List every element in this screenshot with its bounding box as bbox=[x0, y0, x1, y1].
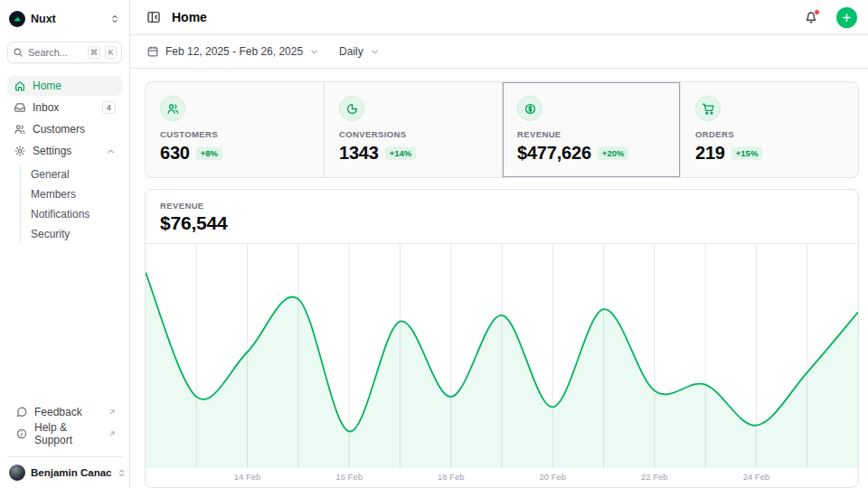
sidebar-nav: Home Inbox 4 Customers Settings Genera bbox=[7, 76, 122, 246]
stat-card-orders[interactable]: ORDERS 219 +15% bbox=[680, 82, 858, 177]
collapse-sidebar-button[interactable] bbox=[145, 8, 163, 26]
notification-dot bbox=[814, 9, 820, 15]
chevrons-up-down-icon bbox=[117, 468, 127, 478]
sidebar-item-feedback[interactable]: Feedback bbox=[9, 402, 122, 422]
home-icon bbox=[14, 80, 26, 92]
stat-label: CUSTOMERS bbox=[160, 129, 309, 139]
info-circle-icon bbox=[15, 427, 28, 440]
inbox-count-badge: 4 bbox=[102, 101, 116, 114]
workspace-name: Nuxt bbox=[31, 13, 104, 25]
users-icon bbox=[160, 96, 185, 121]
period-select[interactable]: Daily bbox=[337, 42, 382, 61]
filters-toolbar: Feb 12, 2025 - Feb 26, 2025 Daily bbox=[130, 35, 868, 69]
stat-delta-badge: +20% bbox=[598, 146, 629, 160]
x-tick-label: 22 Feb bbox=[641, 472, 668, 482]
stat-delta-badge: +14% bbox=[385, 146, 417, 160]
revenue-area-chart[interactable] bbox=[146, 244, 858, 468]
stat-label: REVENUE bbox=[517, 129, 665, 139]
stat-label: CONVERSIONS bbox=[339, 129, 487, 139]
shopping-cart-icon bbox=[695, 96, 721, 121]
x-tick-label: 24 Feb bbox=[743, 472, 770, 482]
chart-pie-icon bbox=[339, 96, 364, 121]
content: CUSTOMERS 630 +8% CONVERSIONS 1343 +14% bbox=[130, 69, 868, 488]
sidebar-item-general[interactable]: General bbox=[24, 164, 122, 184]
sidebar-item-home[interactable]: Home bbox=[7, 76, 122, 96]
kbd-cmd: ⌘ bbox=[88, 46, 101, 59]
sidebar-item-members[interactable]: Members bbox=[24, 184, 122, 204]
page-title: Home bbox=[172, 10, 793, 24]
external-link-icon bbox=[108, 430, 116, 437]
sidebar-item-settings[interactable]: Settings bbox=[7, 141, 122, 161]
chart-metric-label: REVENUE bbox=[160, 201, 844, 211]
chevron-up-icon bbox=[106, 146, 116, 156]
message-bubble-icon bbox=[15, 406, 28, 418]
revenue-chart-svg bbox=[146, 244, 858, 468]
date-range-label: Feb 12, 2025 - Feb 26, 2025 bbox=[165, 45, 303, 58]
inbox-icon bbox=[14, 101, 26, 114]
workspace-switcher[interactable]: Nuxt bbox=[7, 11, 122, 27]
stat-card-conversions[interactable]: CONVERSIONS 1343 +14% bbox=[324, 82, 502, 177]
page-header: Home bbox=[130, 0, 868, 35]
main-area: Home Feb 12, 2025 - Feb 26, 2025 Daily bbox=[130, 0, 868, 488]
x-tick-label: 14 Feb bbox=[234, 472, 261, 482]
x-tick-label: 18 Feb bbox=[438, 472, 465, 482]
search-input-wrapper[interactable]: ⌘ K bbox=[7, 42, 122, 63]
chart-x-axis: 14 Feb16 Feb18 Feb20 Feb22 Feb24 Feb bbox=[146, 468, 858, 487]
chevron-down-icon bbox=[309, 47, 319, 57]
plus-icon bbox=[841, 12, 853, 23]
period-label: Daily bbox=[339, 45, 363, 58]
sidebar-item-security[interactable]: Security bbox=[24, 224, 122, 244]
panel-left-icon bbox=[146, 10, 161, 24]
revenue-chart-card: REVENUE $76,544 14 Feb16 Feb18 Feb20 Feb… bbox=[145, 189, 859, 488]
sidebar: Nuxt ⌘ K Home Inbox 4 bbox=[0, 0, 130, 488]
sidebar-item-inbox[interactable]: Inbox 4 bbox=[7, 98, 122, 117]
external-link-icon bbox=[108, 408, 116, 416]
settings-sub-list: General Members Notifications Security bbox=[20, 164, 122, 244]
date-range-picker[interactable]: Feb 12, 2025 - Feb 26, 2025 bbox=[145, 42, 321, 61]
stat-value: $477,626 bbox=[517, 143, 591, 164]
chevron-down-icon bbox=[370, 47, 380, 57]
sidebar-spacer bbox=[7, 246, 122, 402]
user-menu[interactable]: Benjamin Canac bbox=[7, 456, 122, 481]
users-icon bbox=[14, 123, 26, 136]
stat-card-revenue[interactable]: REVENUE $477,626 +20% bbox=[502, 82, 680, 177]
sidebar-footer-nav: Feedback Help & Support bbox=[9, 402, 122, 444]
chevrons-up-down-icon bbox=[109, 14, 120, 24]
user-avatar bbox=[9, 465, 25, 481]
stat-value: 1343 bbox=[339, 143, 379, 164]
add-button[interactable] bbox=[836, 7, 857, 28]
user-name: Benjamin Canac bbox=[31, 467, 111, 478]
circle-dollar-icon bbox=[517, 96, 542, 121]
gear-icon bbox=[14, 145, 26, 157]
stat-label: ORDERS bbox=[695, 129, 844, 139]
stat-card-customers[interactable]: CUSTOMERS 630 +8% bbox=[146, 82, 324, 177]
stat-delta-badge: +15% bbox=[731, 146, 763, 160]
x-tick-label: 16 Feb bbox=[335, 472, 363, 482]
sidebar-item-help-support[interactable]: Help & Support bbox=[9, 424, 122, 444]
sidebar-item-notifications[interactable]: Notifications bbox=[24, 204, 122, 224]
stat-delta-badge: +8% bbox=[196, 146, 222, 160]
sidebar-item-customers[interactable]: Customers bbox=[7, 119, 122, 139]
kbd-k: K bbox=[105, 46, 117, 59]
nuxt-logo-icon bbox=[9, 11, 25, 27]
calendar-icon bbox=[146, 45, 159, 58]
stat-value: 630 bbox=[160, 143, 190, 164]
notifications-button[interactable] bbox=[802, 8, 820, 26]
stats-row: CUSTOMERS 630 +8% CONVERSIONS 1343 +14% bbox=[145, 81, 859, 178]
chart-header: REVENUE $76,544 bbox=[146, 190, 858, 244]
search-input[interactable] bbox=[28, 47, 83, 58]
stat-value: 219 bbox=[695, 143, 725, 164]
chart-metric-value: $76,544 bbox=[160, 212, 844, 234]
search-icon bbox=[13, 47, 24, 58]
x-tick-label: 20 Feb bbox=[539, 472, 566, 482]
